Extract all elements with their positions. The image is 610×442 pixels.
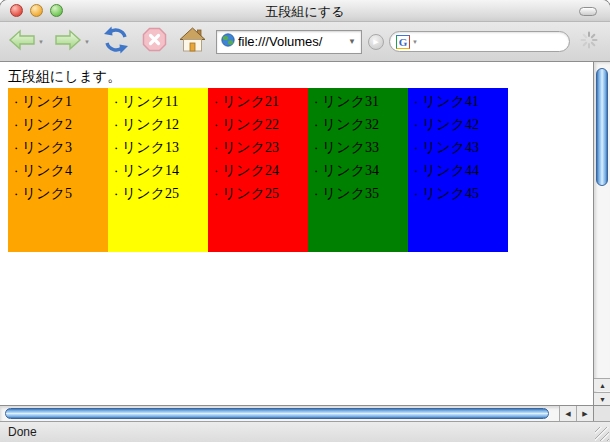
status-bar: Done <box>0 421 610 442</box>
forward-button[interactable]: ▼ <box>54 28 90 56</box>
link-item[interactable]: ・リンク44 <box>411 160 508 183</box>
link-label: リンク42 <box>422 117 479 132</box>
search-field[interactable]: G ▼ <box>389 31 570 52</box>
scroll-left-button[interactable]: ◀ <box>559 406 576 421</box>
link-item[interactable]: ・リンク34 <box>311 160 408 183</box>
forward-arrow-icon <box>54 28 82 56</box>
link-item[interactable]: ・リンク13 <box>111 137 208 160</box>
url-field[interactable]: ▼ <box>216 30 362 54</box>
link-label: リンク34 <box>322 163 379 178</box>
link-label: リンク32 <box>322 117 379 132</box>
link-label: リンク4 <box>22 163 72 178</box>
link-label: リンク31 <box>322 94 379 109</box>
link-item[interactable]: ・リンク33 <box>311 137 408 160</box>
link-label: リンク33 <box>322 140 379 155</box>
link-item[interactable]: ・リンク31 <box>311 91 408 114</box>
home-button[interactable] <box>179 27 206 56</box>
back-arrow-icon <box>8 28 36 56</box>
link-label: リンク21 <box>222 94 279 109</box>
list-bullet: ・ <box>411 97 421 108</box>
link-list: ・リンク1・リンク2・リンク3・リンク4・リンク5 <box>8 88 108 206</box>
reload-icon <box>102 26 130 58</box>
link-item[interactable]: ・リンク2 <box>11 114 108 137</box>
link-item[interactable]: ・リンク42 <box>411 114 508 137</box>
list-bullet: ・ <box>411 120 421 131</box>
resize-grip[interactable] <box>595 427 609 441</box>
back-history-caret-icon[interactable]: ▼ <box>38 39 44 45</box>
link-item[interactable]: ・リンク43 <box>411 137 508 160</box>
google-logo-icon[interactable]: G <box>396 35 410 49</box>
vertical-scrollbar-thumb[interactable] <box>596 68 608 186</box>
scroll-down-button[interactable]: ▼ <box>594 392 610 405</box>
link-item[interactable]: ・リンク21 <box>211 91 308 114</box>
url-dropdown-caret-icon[interactable]: ▼ <box>347 37 357 46</box>
scroll-right-button[interactable]: ▶ <box>576 406 593 421</box>
list-bullet: ・ <box>311 120 321 131</box>
link-item[interactable]: ・リンク32 <box>311 114 408 137</box>
link-label: リンク44 <box>422 163 479 178</box>
go-arrow-icon: ▶ <box>373 38 378 46</box>
link-label: リンク25 <box>122 186 179 201</box>
list-bullet: ・ <box>11 166 21 177</box>
link-label: リンク23 <box>222 140 279 155</box>
horizontal-scrollbar-thumb[interactable] <box>5 408 549 419</box>
globe-icon <box>221 33 235 51</box>
back-button[interactable]: ▼ <box>8 28 44 56</box>
link-item[interactable]: ・リンク35 <box>311 183 408 206</box>
list-bullet: ・ <box>11 120 21 131</box>
link-item[interactable]: ・リンク24 <box>211 160 308 183</box>
title-bar[interactable]: 五段組にする <box>0 0 610 22</box>
link-item[interactable]: ・リンク25 <box>211 183 308 206</box>
link-item[interactable]: ・リンク41 <box>411 91 508 114</box>
list-bullet: ・ <box>211 120 221 131</box>
link-item[interactable]: ・リンク1 <box>11 91 108 114</box>
list-bullet: ・ <box>311 189 321 200</box>
link-item[interactable]: ・リンク3 <box>11 137 108 160</box>
link-label: リンク43 <box>422 140 479 155</box>
list-bullet: ・ <box>311 143 321 154</box>
list-bullet: ・ <box>211 166 221 177</box>
link-item[interactable]: ・リンク23 <box>211 137 308 160</box>
link-label: リンク22 <box>222 117 279 132</box>
list-bullet: ・ <box>211 143 221 154</box>
horizontal-scrollbar[interactable]: ◀ ▶ <box>0 405 593 421</box>
link-label: リンク25 <box>222 186 279 201</box>
reload-button[interactable] <box>102 26 130 58</box>
list-bullet: ・ <box>11 189 21 200</box>
toolbar-toggle-button[interactable] <box>579 7 597 16</box>
link-label: リンク13 <box>122 140 179 155</box>
scroll-up-button[interactable]: ▲ <box>594 378 610 391</box>
vertical-scrollbar[interactable]: ▲ ▼ <box>593 62 610 405</box>
url-input[interactable] <box>235 34 347 49</box>
column-orange: ・リンク1・リンク2・リンク3・リンク4・リンク5 <box>8 88 108 252</box>
link-label: リンク11 <box>122 94 178 109</box>
link-label: リンク24 <box>222 163 279 178</box>
stop-button[interactable] <box>142 27 167 56</box>
window-title: 五段組にする <box>0 3 610 21</box>
scroll-down-icon: ▼ <box>599 396 606 403</box>
five-columns: ・リンク1・リンク2・リンク3・リンク4・リンク5・リンク11・リンク12・リン… <box>8 88 508 252</box>
link-item[interactable]: ・リンク5 <box>11 183 108 206</box>
link-label: リンク5 <box>22 186 72 201</box>
link-item[interactable]: ・リンク25 <box>111 183 208 206</box>
link-item[interactable]: ・リンク11 <box>111 91 208 114</box>
link-item[interactable]: ・リンク14 <box>111 160 208 183</box>
list-bullet: ・ <box>311 166 321 177</box>
link-item[interactable]: ・リンク12 <box>111 114 208 137</box>
list-bullet: ・ <box>111 166 121 177</box>
forward-history-caret-icon[interactable]: ▼ <box>84 39 90 45</box>
go-button[interactable]: ▶ <box>368 34 384 50</box>
link-item[interactable]: ・リンク4 <box>11 160 108 183</box>
link-label: リンク1 <box>22 94 72 109</box>
home-icon <box>179 27 206 56</box>
list-bullet: ・ <box>311 97 321 108</box>
search-input[interactable] <box>418 34 563 50</box>
scrollbar-corner <box>593 405 610 421</box>
list-bullet: ・ <box>411 166 421 177</box>
column-red: ・リンク21・リンク22・リンク23・リンク24・リンク25 <box>208 88 308 252</box>
list-bullet: ・ <box>11 97 21 108</box>
list-bullet: ・ <box>111 97 121 108</box>
link-item[interactable]: ・リンク22 <box>211 114 308 137</box>
link-item[interactable]: ・リンク45 <box>411 183 508 206</box>
throbber-icon <box>580 31 598 53</box>
